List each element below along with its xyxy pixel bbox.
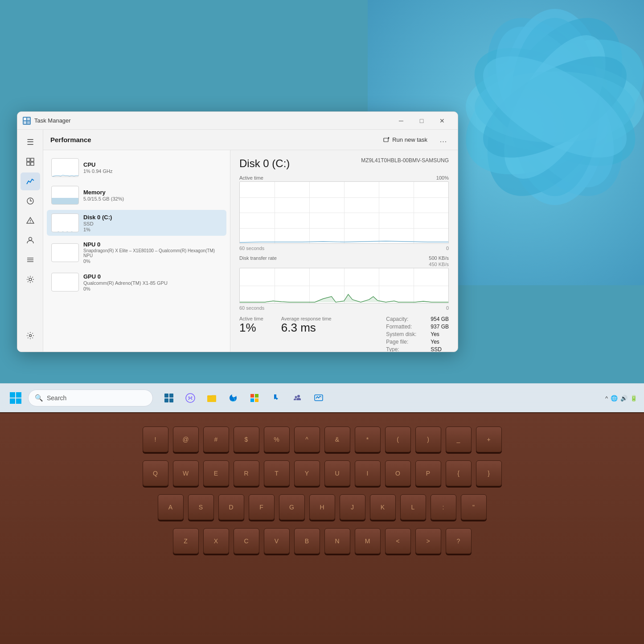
task-view-button[interactable] [159,388,179,408]
disk-model: MZ9L41T0HBLB-00BMV-SAMSUNG [361,157,449,164]
disk0-perf-item[interactable]: Disk 0 (C:) SSD 1% [47,210,226,236]
key-p[interactable]: P [415,460,441,486]
volume-control[interactable]: 🔊 [620,395,628,402]
bing-button[interactable] [266,388,286,408]
svg-rect-18 [31,158,34,161]
key-q[interactable]: Q [143,460,168,486]
svg-point-29 [29,278,32,281]
key-exclaim[interactable]: ! [143,427,168,452]
svg-point-30 [29,335,31,337]
svg-point-52 [295,396,297,398]
key-rparen[interactable]: ) [415,427,441,452]
key-z[interactable]: Z [173,528,199,554]
language-indicator[interactable]: 🌐 [611,395,618,402]
key-v[interactable]: V [264,528,290,554]
key-h[interactable]: H [309,494,335,520]
npu0-perf-item[interactable]: NPU 0 Snapdragon(R) X Elite – X1E80100 –… [47,238,226,267]
key-j[interactable]: J [340,494,365,520]
key-underscore[interactable]: _ [446,427,472,452]
maximize-button[interactable]: □ [411,114,432,128]
transfer-rate-chart-label: Disk transfer rate 500 KB/s [239,255,449,261]
start-button[interactable] [7,389,25,407]
settings-nav-icon[interactable] [21,327,40,345]
key-w[interactable]: W [173,460,199,486]
processes-nav-icon[interactable] [21,153,40,171]
tray-chevron[interactable]: ^ [605,395,608,402]
disk0-thumb [51,213,79,232]
performance-nav-icon[interactable] [21,172,40,190]
key-star[interactable]: * [355,427,381,452]
svg-rect-14 [27,118,30,120]
close-button[interactable]: ✕ [432,114,452,128]
microsoft-store-button[interactable] [245,388,264,408]
svg-point-45 [191,397,193,398]
key-f[interactable]: F [249,494,275,520]
key-s[interactable]: S [188,494,214,520]
run-new-task-button[interactable]: Run new task [378,134,433,145]
svg-rect-38 [16,398,21,404]
key-gt[interactable]: > [415,528,441,554]
key-y[interactable]: Y [294,460,320,486]
active-time-chart-label: Active time 100% [239,175,449,180]
key-caret[interactable]: ^ [294,427,320,452]
key-x[interactable]: X [203,528,229,554]
key-percent[interactable]: % [264,427,290,452]
battery-indicator[interactable]: 🔋 [630,395,637,402]
svg-rect-46 [207,395,216,402]
details-nav-icon[interactable] [21,251,40,269]
key-lparen[interactable]: ( [385,427,411,452]
capacity-value: 954 GB [431,316,449,322]
file-explorer-button[interactable] [202,388,222,408]
minimize-button[interactable]: ─ [391,114,411,128]
services-nav-icon[interactable] [21,271,40,288]
memory-label: Memory [83,189,222,196]
key-b[interactable]: B [294,528,320,554]
key-u[interactable]: U [324,460,350,486]
transfer-rate-secondary-max: 450 KB/s [239,262,449,267]
performance-title: Performance [50,136,378,144]
key-at[interactable]: @ [173,427,199,452]
key-o[interactable]: O [385,460,411,486]
key-r[interactable]: R [234,460,259,486]
copilot-button[interactable] [180,388,200,408]
key-d[interactable]: D [218,494,244,520]
key-lbracket[interactable]: { [446,460,472,486]
key-question[interactable]: ? [446,528,472,554]
more-options-button[interactable]: ... [436,133,451,147]
key-rbracket[interactable]: } [476,460,502,486]
network-monitor-button[interactable] [309,388,328,408]
hamburger-menu-button[interactable]: ☰ [21,133,40,151]
tm-content: CPU 1% 0.94 GHz Memory 5.0/15.5 GB [43,150,458,352]
key-dollar[interactable]: $ [234,427,259,452]
edge-button[interactable] [223,388,243,408]
cpu-label: CPU [83,161,222,168]
system-tray[interactable]: ^ [605,395,608,402]
npu0-detail: Snapdragon(R) X Elite – X1E80100 – Qualc… [83,248,222,258]
key-i[interactable]: I [355,460,381,486]
key-colon[interactable]: : [431,494,456,520]
key-a[interactable]: A [158,494,184,520]
key-k[interactable]: K [370,494,396,520]
key-plus[interactable]: + [476,427,502,452]
teams-button[interactable] [287,388,307,408]
taskbar-search[interactable]: 🔍 Search [28,390,153,406]
users-nav-icon[interactable] [21,231,40,249]
key-m[interactable]: M [355,528,381,554]
key-n[interactable]: N [324,528,350,554]
key-c[interactable]: C [234,528,259,554]
memory-perf-item[interactable]: Memory 5.0/15.5 GB (32%) [47,182,226,208]
key-l[interactable]: L [400,494,426,520]
key-quote[interactable]: " [461,494,487,520]
key-amp[interactable]: & [324,427,350,452]
gpu0-perf-item[interactable]: GPU 0 Qualcomm(R) Adreno(TM) X1-85 GPU 0… [47,269,226,295]
startup-apps-nav-icon[interactable] [21,212,40,230]
key-t[interactable]: T [264,460,290,486]
app-history-nav-icon[interactable] [21,192,40,210]
key-g[interactable]: G [279,494,305,520]
gpu0-info: GPU 0 Qualcomm(R) Adreno(TM) X1-85 GPU 0… [83,273,222,291]
active-time-svg [240,182,448,243]
cpu-perf-item[interactable]: CPU 1% 0.94 GHz [47,155,226,180]
key-hash[interactable]: # [203,427,229,452]
key-e[interactable]: E [203,460,229,486]
key-lt[interactable]: < [385,528,411,554]
